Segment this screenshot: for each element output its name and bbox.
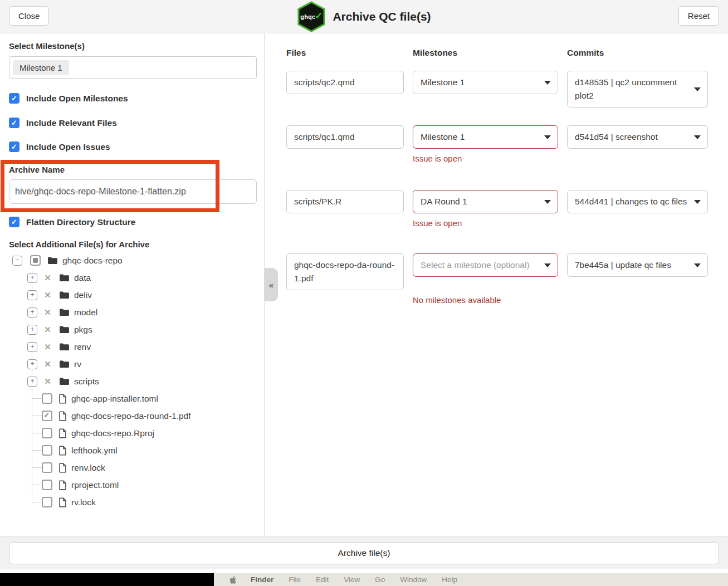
menubar-item-finder[interactable]: Finder bbox=[251, 575, 273, 584]
tree-checkbox-empty[interactable] bbox=[42, 462, 52, 473]
menubar-item-view[interactable]: View bbox=[344, 575, 360, 584]
file-icon bbox=[58, 480, 67, 490]
remove-icon[interactable]: ✕ bbox=[43, 325, 52, 335]
additional-files-label: Select Additional File(s) for Archive bbox=[9, 240, 149, 249]
checkbox-checked-icon[interactable]: ✓ bbox=[9, 141, 19, 152]
chevron-down-icon bbox=[694, 200, 701, 204]
include-option-checkbox[interactable]: ✓Include Open Milestones bbox=[9, 93, 128, 104]
tree-item-label: lefthook.yml bbox=[71, 446, 118, 456]
archive-name-input[interactable]: hive/ghqc-docs-repo-Milestone-1-flatten.… bbox=[9, 179, 257, 204]
tree-checkbox-empty[interactable] bbox=[42, 428, 52, 438]
tree-item-label: renv bbox=[74, 342, 91, 352]
sidebar-collapse-handle[interactable]: « bbox=[265, 268, 278, 301]
tree-row-root[interactable]: −ghqc-docs-repo bbox=[9, 252, 262, 269]
file-path-field: ghqc-docs-repo-da-round-1.pdf bbox=[286, 253, 404, 290]
header-bar: Close ghqc ✓ Archive QC file(s) Reset bbox=[0, 0, 728, 33]
remove-icon[interactable]: ✕ bbox=[43, 273, 52, 283]
tree-row-folder[interactable]: +✕model bbox=[9, 304, 262, 321]
tree-checkbox-checked[interactable] bbox=[42, 411, 52, 421]
macos-menubar: FinderFileEditViewGoWindowHelp bbox=[214, 573, 728, 586]
files-column-header: Files bbox=[286, 48, 404, 58]
archive-qc-window: Close ghqc ✓ Archive QC file(s) Reset Se… bbox=[0, 0, 728, 586]
commit-dropdown[interactable]: d148535 | qc2 uncomment plot2 bbox=[567, 71, 708, 108]
expand-toggle-icon[interactable]: + bbox=[27, 273, 37, 283]
remove-icon[interactable]: ✕ bbox=[43, 290, 52, 300]
chevron-down-icon bbox=[694, 135, 701, 139]
folder-icon bbox=[59, 343, 70, 351]
include-option-checkbox[interactable]: ✓Include Relevant Files bbox=[9, 118, 117, 128]
commit-dropdown[interactable]: d541d54 | screenshot bbox=[567, 125, 708, 149]
chevron-down-icon bbox=[544, 81, 551, 85]
expand-toggle-icon[interactable]: + bbox=[27, 342, 37, 352]
close-button[interactable]: Close bbox=[9, 6, 49, 26]
tree-row-folder[interactable]: +✕data bbox=[9, 269, 262, 286]
flatten-checkbox-icon[interactable]: ✓ bbox=[9, 217, 19, 227]
qc-file-row: ghqc-docs-repo-da-round-1.pdfSelect a mi… bbox=[286, 253, 708, 305]
tree-checkbox-empty[interactable] bbox=[42, 445, 52, 456]
milestone-dropdown[interactable]: DA Round 1 bbox=[413, 190, 558, 213]
file-icon bbox=[58, 394, 67, 404]
qc-file-row: scripts/qc1.qmdMilestone 1d541d54 | scre… bbox=[286, 125, 708, 163]
tree-checkbox-empty[interactable] bbox=[42, 393, 52, 404]
expand-toggle-icon[interactable]: + bbox=[27, 377, 37, 387]
tree-item-label: deliv bbox=[74, 290, 92, 300]
tree-row-file[interactable]: rproject.toml bbox=[9, 476, 262, 494]
menubar-item-window[interactable]: Window bbox=[400, 575, 427, 584]
file-tree: −ghqc-docs-repo+✕data+✕deliv+✕model+✕pkg… bbox=[9, 252, 262, 511]
expand-toggle-icon[interactable]: + bbox=[27, 359, 37, 369]
milestone-dropdown[interactable]: Milestone 1 bbox=[413, 125, 558, 149]
menubar-item-go[interactable]: Go bbox=[375, 575, 385, 584]
tree-item-label: data bbox=[74, 273, 91, 283]
tree-row-file[interactable]: ghqc-docs-repo.Rproj bbox=[9, 424, 262, 442]
tree-row-folder[interactable]: +✕renv bbox=[9, 338, 262, 355]
chevron-down-icon bbox=[694, 263, 701, 267]
tree-row-folder[interactable]: +✕deliv bbox=[9, 286, 262, 304]
flatten-directory-checkbox[interactable]: ✓ Flatten Directory Structure bbox=[9, 217, 135, 227]
milestone-select-input[interactable]: Milestone 1 bbox=[9, 56, 257, 79]
checkbox-checked-icon[interactable]: ✓ bbox=[9, 118, 19, 128]
remove-icon[interactable]: ✕ bbox=[43, 342, 52, 352]
tree-row-folder[interactable]: +✕rv bbox=[9, 355, 262, 373]
chevron-down-icon bbox=[544, 135, 551, 139]
remove-icon[interactable]: ✕ bbox=[43, 307, 52, 318]
file-icon bbox=[58, 411, 67, 421]
expand-toggle-icon[interactable]: + bbox=[27, 325, 37, 335]
menubar-item-file[interactable]: File bbox=[289, 575, 301, 584]
chevron-down-icon bbox=[544, 200, 551, 204]
archive-files-button[interactable]: Archive file(s) bbox=[9, 542, 719, 564]
tree-checkbox-indeterminate[interactable] bbox=[30, 255, 41, 266]
tree-item-label: rv.lock bbox=[71, 497, 96, 507]
tree-row-file[interactable]: rv.lock bbox=[9, 494, 262, 511]
tree-row-file[interactable]: lefthook.yml bbox=[9, 442, 262, 459]
expand-toggle-icon[interactable]: + bbox=[27, 307, 37, 318]
expand-toggle-icon[interactable]: + bbox=[27, 290, 37, 300]
reset-button[interactable]: Reset bbox=[678, 6, 719, 26]
tree-row-folder[interactable]: +✕scripts bbox=[9, 373, 262, 390]
file-icon bbox=[58, 446, 67, 456]
remove-icon[interactable]: ✕ bbox=[43, 377, 52, 387]
tree-row-file[interactable]: ghqc-app-installer.toml bbox=[9, 390, 262, 407]
commits-column-header: Commits bbox=[567, 48, 708, 58]
footer-bar: Archive file(s) bbox=[0, 536, 728, 569]
tree-row-file[interactable]: renv.lock bbox=[9, 459, 262, 476]
tree-row-folder[interactable]: +✕pkgs bbox=[9, 321, 262, 338]
tree-checkbox-empty[interactable] bbox=[42, 480, 52, 490]
milestone-tag[interactable]: Milestone 1 bbox=[13, 60, 69, 75]
file-path-field: scripts/qc2.qmd bbox=[286, 71, 404, 94]
apple-menu-icon[interactable] bbox=[229, 575, 237, 584]
menubar-item-help[interactable]: Help bbox=[442, 575, 457, 584]
include-option-checkbox[interactable]: ✓Include Open Issues bbox=[9, 141, 110, 152]
commit-dropdown[interactable]: 544d441 | changes to qc files bbox=[567, 190, 708, 213]
remove-icon[interactable]: ✕ bbox=[43, 359, 52, 369]
tree-item-label: ghqc-app-installer.toml bbox=[71, 394, 158, 404]
collapse-toggle-icon[interactable]: − bbox=[12, 256, 22, 266]
tree-row-file[interactable]: ghqc-docs-repo-da-round-1.pdf bbox=[9, 407, 262, 424]
commit-dropdown[interactable]: 7be445a | update qc files bbox=[567, 253, 708, 277]
tree-checkbox-empty[interactable] bbox=[42, 497, 52, 507]
checkbox-checked-icon[interactable]: ✓ bbox=[9, 93, 19, 104]
milestone-dropdown[interactable]: Select a milestone (optional) bbox=[413, 253, 558, 277]
page-title: Archive QC file(s) bbox=[333, 10, 431, 23]
desktop-strip: FinderFileEditViewGoWindowHelp bbox=[0, 573, 728, 586]
milestone-dropdown[interactable]: Milestone 1 bbox=[413, 71, 558, 94]
menubar-item-edit[interactable]: Edit bbox=[316, 575, 329, 584]
